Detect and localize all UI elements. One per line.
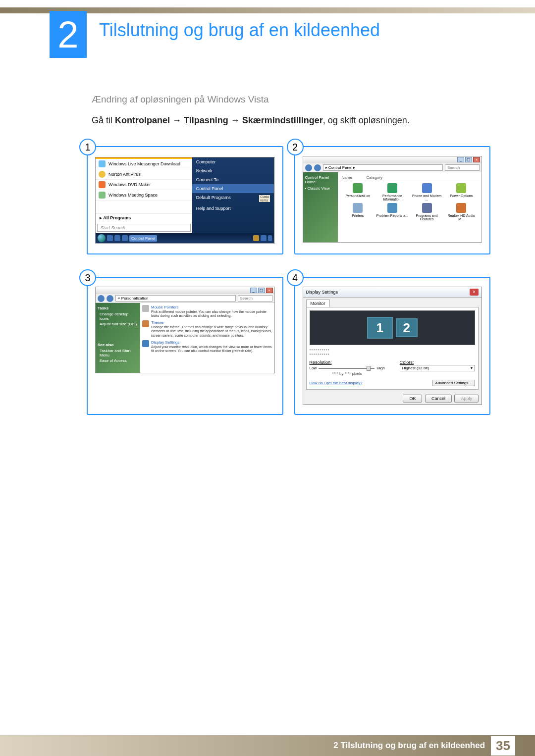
section-subheading: Ændring af opløsningen på Windows Vista (92, 94, 485, 105)
power-icon (456, 183, 466, 193)
ok-button[interactable]: OK (403, 395, 422, 403)
forward-button-icon[interactable] (314, 164, 321, 171)
monitor-info-1: ********** (310, 348, 476, 353)
sidebar-classic[interactable]: • Classic View (305, 185, 336, 192)
resolution-value: **** by **** pixels (310, 371, 385, 376)
monitor-1[interactable]: 1 (367, 317, 393, 339)
step-badge-2: 2 (287, 139, 304, 155)
advanced-settings-button[interactable]: Advanced Settings... (432, 380, 475, 386)
chevron-down-icon: ▾ (471, 366, 473, 370)
mouse-icon (142, 305, 149, 312)
theme-icon (142, 320, 149, 327)
problem-icon (387, 203, 397, 213)
icon-view: Name Category Personalizati on Performan… (338, 172, 482, 242)
start-item-label: Windows Live Messenger Download (108, 161, 180, 166)
best-display-link[interactable]: How do I get the best display? (310, 381, 363, 385)
dialog-buttons: OK Cancel Apply (303, 393, 482, 404)
start-search-input[interactable]: Start Search (97, 224, 191, 232)
option-theme[interactable]: ThemeChange the theme. Themes can change… (142, 320, 272, 338)
figure-2: 2 _ ▢ × ▸ Control Panel ▸ Search Control… (294, 146, 491, 254)
dialog-title: Display Settings (306, 290, 338, 295)
close-button[interactable]: × (266, 288, 273, 293)
cp-icon-realtek[interactable]: Realtek HD Audio M... (445, 203, 478, 221)
right-item[interactable]: Default ProgramsCustoremo (192, 193, 274, 204)
figures-grid: 1 Windows Live Messenger Download Norton… (87, 146, 490, 415)
right-item[interactable]: Network (192, 166, 274, 175)
sidebar: Control Panel Home • Classic View (303, 172, 338, 242)
cp-icon-personalization[interactable]: Personalizati on (342, 183, 374, 201)
cp-icon-programs[interactable]: Programs and Features (411, 203, 443, 221)
chapter-title: Tilslutning og brug af en kildeenhed (99, 20, 380, 41)
start-item[interactable]: Windows DVD Maker (96, 180, 192, 190)
cancel-button[interactable]: Cancel (425, 395, 452, 403)
content-area: Ændring af opløsningen på Windows Vista … (92, 94, 485, 127)
window-titlebar: _ ▢ × (303, 156, 482, 163)
option-display-settings[interactable]: Display SettingsAdjust your monitor reso… (142, 340, 272, 353)
cp-icon-performance[interactable]: Performance Informatio... (376, 183, 409, 201)
monitor-tab[interactable]: Monitor (306, 300, 330, 307)
header-name[interactable]: Name (342, 175, 367, 180)
task-link[interactable]: Change desktop icons (98, 311, 138, 321)
start-item-label: Windows Meeting Space (108, 193, 158, 198)
colors-label: Colors: (400, 360, 475, 365)
close-button[interactable]: × (473, 157, 480, 162)
instruction-prefix: Gå til (92, 115, 115, 125)
norton-icon (99, 171, 106, 178)
right-item[interactable]: Help and Support (192, 204, 274, 213)
shutdown-menu-icon[interactable] (268, 235, 272, 241)
right-item[interactable]: Computer (192, 157, 274, 166)
printer-icon (353, 203, 363, 213)
taskbar-item[interactable] (107, 235, 113, 241)
taskbar-item[interactable] (114, 235, 120, 241)
right-item-control-panel[interactable]: Control Panel (192, 184, 274, 193)
maximize-button[interactable]: ▢ (465, 157, 472, 162)
right-item[interactable]: Connect To (192, 175, 274, 184)
search-input[interactable]: Search (238, 295, 272, 302)
cp-icon-power[interactable]: Power Options (445, 183, 478, 201)
taskbar-control-panel[interactable]: Control Panel (129, 235, 157, 242)
cp-icon-phone[interactable]: Phone and Modem ... (411, 183, 443, 201)
step-badge-4: 4 (287, 269, 304, 286)
figure-3: 3 _ ▢ × « Personalization Search Tasks C… (87, 277, 283, 415)
start-menu-left: Windows Live Messenger Download Norton A… (96, 157, 192, 243)
window-titlebar: _ ▢ × (96, 287, 274, 294)
slider-thumb[interactable] (367, 366, 371, 371)
resolution-slider[interactable]: Low High (310, 366, 385, 370)
forward-button-icon[interactable] (107, 295, 113, 302)
address-input[interactable]: ▸ Control Panel ▸ (323, 164, 443, 171)
start-item[interactable]: Norton AntiVirus (96, 169, 192, 180)
back-button-icon[interactable] (305, 164, 312, 171)
personalization-screenshot: _ ▢ × « Personalization Search Tasks Cha… (95, 287, 275, 373)
start-item-label: Norton AntiVirus (108, 172, 141, 177)
seealso-link[interactable]: Taskbar and Start Menu (98, 348, 138, 358)
seealso-link[interactable]: Ease of Access (98, 358, 138, 363)
minimize-button[interactable]: _ (250, 288, 257, 293)
monitor-2[interactable]: 2 (396, 318, 418, 337)
cp-icon-problem[interactable]: Problem Reports a... (376, 203, 409, 221)
header-category[interactable]: Category (367, 175, 382, 180)
taskbar-item[interactable] (122, 235, 128, 241)
power-icon[interactable] (253, 235, 259, 241)
resolution-label: Resolution: (310, 360, 385, 365)
figure-4: 4 Display Settings × Monitor 1 2 *******… (294, 277, 491, 415)
search-input[interactable]: Search (445, 164, 480, 171)
start-item[interactable]: Windows Meeting Space (96, 190, 192, 201)
maximize-button[interactable]: ▢ (258, 288, 265, 293)
address-input[interactable]: « Personalization (115, 295, 236, 302)
minimize-button[interactable]: _ (457, 157, 464, 162)
colors-select[interactable]: Highest (32 bit)▾ (400, 365, 475, 371)
phone-icon (422, 183, 432, 193)
back-button-icon[interactable] (98, 295, 105, 302)
cp-icon-printers[interactable]: Printers (342, 203, 374, 221)
start-item[interactable]: Windows Live Messenger Download (96, 159, 192, 169)
close-button[interactable]: × (470, 289, 479, 296)
all-programs[interactable]: ▸ All Programs (96, 213, 192, 222)
sidebar-home[interactable]: Control Panel Home (305, 174, 336, 185)
lock-icon[interactable] (261, 235, 267, 241)
option-mouse-pointers[interactable]: Mouse PointersPick a different mouse poi… (142, 305, 272, 318)
instruction-text: Gå til Kontrolpanel → Tilpasning → Skærm… (92, 114, 485, 127)
footer-chapter-text: 2 Tilslutning og brug af en kildeenhed (333, 741, 485, 751)
start-orb-icon[interactable] (98, 234, 106, 242)
task-link[interactable]: Adjust font size (DPI) (98, 321, 138, 327)
apply-button[interactable]: Apply (454, 395, 479, 403)
